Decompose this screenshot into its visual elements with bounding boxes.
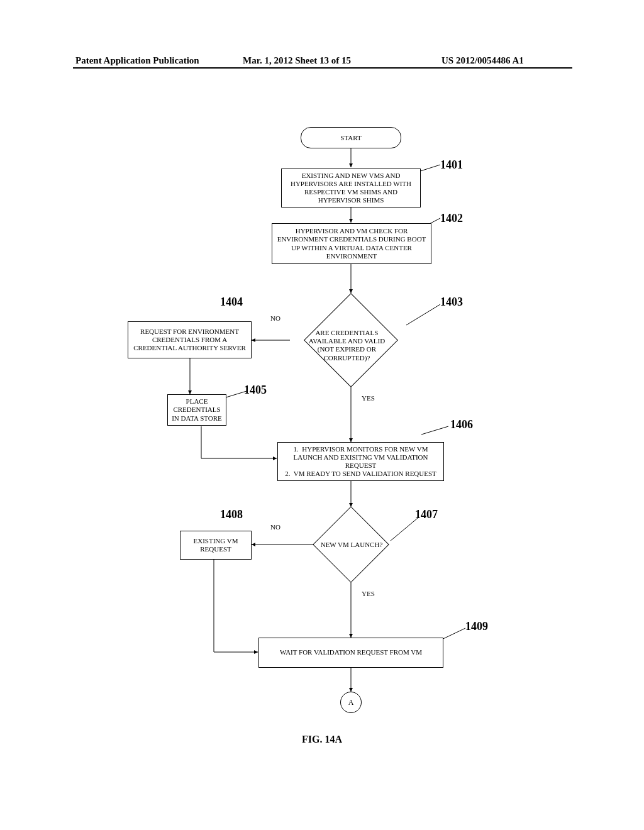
- flow-start: START: [301, 127, 401, 148]
- figure-label: FIG. 14A: [0, 734, 644, 745]
- flow-step-1405: PLACE CREDENTIALS IN DATA STORE: [167, 394, 226, 426]
- edge-1403-yes: YES: [362, 394, 375, 402]
- flow-connector-a: A: [340, 692, 362, 713]
- edge-1407-no: NO: [270, 523, 280, 531]
- header-pub-type: Patent Application Publication: [75, 55, 199, 66]
- svg-line-14: [391, 518, 418, 541]
- flow-step-1409-text: WAIT FOR VALIDATION REQUEST FROM VM: [280, 648, 422, 656]
- flow-decision-1407-text: NEW VM LAUNCH?: [304, 541, 399, 549]
- flow-step-1404-text: REQUEST FOR ENVIRONMENT CREDENTIALS FROM…: [131, 328, 248, 353]
- ref-1407: 1407: [415, 508, 438, 521]
- edge-1403-no: NO: [270, 314, 280, 322]
- flow-connector-a-text: A: [348, 698, 354, 707]
- flow-step-1409: WAIT FOR VALIDATION REQUEST FROM VM: [258, 638, 443, 668]
- ref-1401: 1401: [440, 158, 463, 172]
- edge-1407-yes: YES: [362, 590, 375, 597]
- ref-1404: 1404: [220, 296, 243, 309]
- ref-1409: 1409: [465, 620, 488, 633]
- flow-step-1401: EXISTING AND NEW VMS AND HYPERVISORS ARE…: [281, 169, 421, 208]
- flow-step-1405-text: PLACE CREDENTIALS IN DATA STORE: [170, 397, 223, 423]
- flow-step-1401-text: EXISTING AND NEW VMS AND HYPERVISORS ARE…: [284, 172, 418, 205]
- ref-1403: 1403: [440, 296, 463, 309]
- svg-line-12: [406, 304, 440, 325]
- flow-decision-1403-text: ARE CREDENTIALS AVAILABLE AND VALID (NOT…: [299, 329, 394, 362]
- svg-line-13: [421, 426, 448, 434]
- ref-1405: 1405: [244, 384, 267, 397]
- flow-step-1408: EXISTING VM REQUEST: [180, 531, 252, 560]
- flow-decision-1403: ARE CREDENTIALS AVAILABLE AND VALID (NOT…: [304, 293, 398, 387]
- flowchart-stage: START 1401 EXISTING AND NEW VMS AND HYPE…: [0, 82, 644, 761]
- header-pub-number: US 2012/0054486 A1: [441, 55, 524, 66]
- svg-line-16: [224, 391, 247, 398]
- header-date-sheet: Mar. 1, 2012 Sheet 13 of 15: [243, 55, 351, 66]
- header-rule: [73, 67, 572, 69]
- ref-1408: 1408: [220, 508, 243, 521]
- flow-step-1406-text: 1. HYPERVISOR MONITORS FOR NEW VM LAUNCH…: [280, 445, 441, 479]
- flow-start-text: START: [340, 134, 361, 141]
- flow-step-1402: HYPERVISOR AND VM CHECK FOR ENVIRONMENT …: [272, 223, 431, 264]
- flow-step-1406: 1. HYPERVISOR MONITORS FOR NEW VM LAUNCH…: [277, 442, 444, 481]
- ref-1402: 1402: [440, 212, 463, 225]
- flow-step-1402-text: HYPERVISOR AND VM CHECK FOR ENVIRONMENT …: [275, 227, 428, 260]
- flow-step-1408-text: EXISTING VM REQUEST: [183, 537, 248, 553]
- flow-step-1404: REQUEST FOR ENVIRONMENT CREDENTIALS FROM…: [128, 321, 252, 358]
- ref-1406: 1406: [450, 418, 473, 431]
- flow-decision-1407: NEW VM LAUNCH?: [313, 506, 389, 583]
